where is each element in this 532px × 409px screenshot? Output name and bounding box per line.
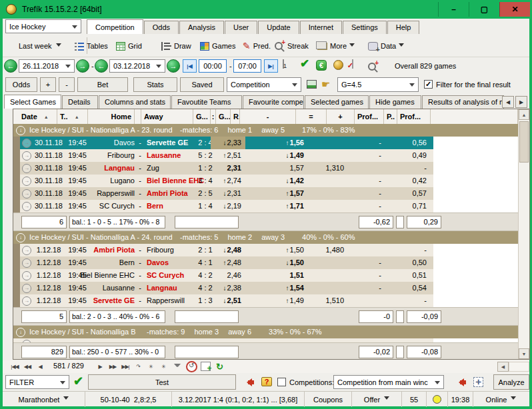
gold-orb-icon[interactable] (333, 60, 343, 70)
tabs-scroll-left-button[interactable]: ◀ (502, 96, 514, 108)
bookmaker-select[interactable]: Marathonbet (3, 392, 85, 407)
column-header-prof[interactable]: Prof... (397, 109, 431, 124)
expand-row-icon[interactable] (22, 139, 31, 148)
final-result-checkbox[interactable]: ✓ (424, 80, 433, 89)
column-header-g[interactable]: G... (193, 109, 211, 124)
date-to-back-button[interactable]: ← (95, 59, 108, 73)
toolbar-item-more[interactable]: More (317, 39, 355, 53)
table-row[interactable]: 1.12.1819:45Lausanne-Langnau4 : 2↓2,38↑1… (13, 282, 433, 294)
analyze-button[interactable]: Analyze (493, 374, 529, 390)
column-header-col-11[interactable]: + (327, 109, 355, 124)
expand-row-icon[interactable] (22, 202, 31, 211)
expand-row-icon[interactable] (22, 189, 31, 199)
collapse-group-icon[interactable] (16, 126, 25, 135)
expand-row-icon[interactable] (22, 177, 31, 186)
date-from-back-button[interactable]: ← (4, 59, 17, 73)
table-row[interactable]: 30.11.1819:45Fribourg-Lausanne5 : 2↑2,51… (13, 149, 433, 162)
table-row[interactable]: 30.11.1819:45Davos-Servette GE2 : 4↓2,33… (13, 137, 433, 149)
filter-apply-check-icon[interactable]: ✔ (73, 376, 83, 386)
column-header-col-6[interactable]: : (211, 109, 216, 124)
menu-tab-settings[interactable]: Settings (343, 21, 387, 34)
table-row[interactable]: 30.11.1819:45Lugano-Biel Bienne EHC3 : 4… (13, 175, 433, 187)
menu-tab-user[interactable]: User (225, 21, 257, 34)
toolbar-item-data[interactable]: Data (368, 39, 404, 53)
toolbar-item-streak[interactable]: Streak (275, 39, 309, 53)
menu-tab-analysis[interactable]: Analysis (179, 21, 224, 34)
menu-tab-competition[interactable]: Competition (87, 19, 143, 34)
close-button[interactable]: ✕ (499, 2, 530, 17)
column-header-col-10[interactable]: = (296, 109, 327, 124)
tabs-scroll-right-button[interactable]: ▶ (515, 96, 527, 108)
menu-tab-update[interactable]: Update (258, 21, 299, 34)
tab-favourite-competitions[interactable]: Favourite competitions (243, 95, 304, 109)
column-header-r[interactable]: R. (231, 109, 240, 124)
expand-row-icon[interactable] (22, 246, 31, 255)
plus-button[interactable]: + (40, 77, 56, 92)
toolbar-item-pred[interactable]: ✎Pred. (243, 39, 271, 53)
expand-row-icon[interactable] (22, 151, 31, 161)
menu-tab-internet[interactable]: Internet (300, 21, 342, 34)
competitions-checkbox[interactable] (277, 378, 286, 386)
prev-record-button[interactable]: ◀ (33, 361, 47, 372)
tab-columns-and-stats[interactable]: Columns and stats (99, 95, 171, 109)
table-row[interactable]: 30.11.1819:45SC Curych-Bern1 : 4↓2,19↑1,… (13, 200, 433, 212)
column-header-col-15[interactable] (431, 109, 518, 124)
snowflake-record-button[interactable]: ✳ (144, 361, 157, 372)
stats-button[interactable]: Stats (133, 77, 177, 92)
task-check-icon[interactable] (352, 59, 353, 69)
filter-preset-select[interactable]: FILTER (5, 375, 69, 389)
fast-rewind-record-button[interactable]: ◀◀ (21, 361, 34, 372)
tab-favoutite-teams[interactable]: Favoutite Teams (171, 95, 242, 109)
bet-button[interactable]: Bet (77, 77, 128, 92)
time-skip-start-button[interactable]: |◀ (183, 59, 197, 73)
table-row[interactable]: 1.12.1819:45Bern-Davos4 : 1↑2,48↓1,50-0,… (13, 256, 433, 269)
menu-tab-odds[interactable]: Odds (144, 21, 179, 34)
filter-funnel-icon[interactable] (171, 361, 184, 372)
column-header-col-9[interactable]: - (240, 109, 296, 124)
expand-row-icon[interactable] (22, 258, 31, 268)
period-select[interactable]: Last week (9, 40, 85, 52)
vertical-scrollbar[interactable]: ▲ ▼ (518, 109, 529, 359)
table-row[interactable]: 30.11.1819:45Langnau-Zug1 : 22,311,571,3… (13, 162, 433, 175)
tab-select-games[interactable]: Select Games (4, 95, 61, 109)
date-to-forward-button[interactable]: → (167, 59, 180, 73)
calendar-icon[interactable] (283, 59, 284, 69)
monitor-chart-icon[interactable] (307, 80, 317, 89)
table-row[interactable]: 1.12.1819:45Ambri Piota-Fribourg2 : 1↓2,… (13, 244, 433, 256)
refresh-record-button[interactable]: ↷ (131, 361, 145, 372)
scroll-up-icon[interactable]: ▲ (519, 109, 529, 120)
expand-row-icon[interactable] (22, 271, 31, 280)
competition-select[interactable]: Competition (227, 77, 301, 92)
toolbar-item-draw[interactable]: Draw (161, 39, 191, 53)
column-header-t[interactable]: T..▲ (57, 109, 88, 124)
column-header-away[interactable]: Away (141, 109, 193, 124)
tab-results-of-analysis-of-m[interactable]: Results of analysis of m (422, 95, 504, 109)
confirm-check-icon[interactable]: ✔ (300, 59, 309, 69)
table-row[interactable]: 1.12.1819:45Servette GE-Rapperswill1 : 3… (13, 294, 433, 307)
goal-filter-select[interactable]: G=4.5 (337, 77, 419, 92)
date-from-forward-button[interactable]: → (76, 59, 89, 73)
search-plus-icon[interactable] (368, 63, 376, 71)
toolbar-item-grid[interactable]: Grid (116, 39, 142, 53)
online-dropdown[interactable]: Online (473, 392, 529, 407)
offer-dropdown[interactable]: Offer (352, 392, 402, 407)
scroll-down-icon[interactable]: ▼ (519, 348, 529, 359)
hscroll-left-icon[interactable]: ◀ (497, 362, 509, 372)
odds-button[interactable]: Odds (5, 77, 37, 92)
saved-button[interactable]: Saved (180, 77, 224, 92)
competitions-scope-select[interactable]: Competition from main winc (333, 375, 444, 389)
date-from-select[interactable]: 26.11.2018 (19, 59, 75, 73)
group-header[interactable]: Ice Hockey / SUI - Nationalliga A - 23. … (13, 124, 518, 137)
tab-selected-games[interactable]: Selected games (305, 95, 369, 109)
column-header-g[interactable]: G... (216, 109, 231, 124)
tab-hide-games[interactable]: Hide games (369, 95, 421, 109)
first-record-button[interactable]: |◀◀ (8, 361, 21, 372)
help-book-icon[interactable]: ? (261, 377, 272, 386)
coupons-button[interactable]: Coupons (305, 392, 352, 407)
cancel-red-icon[interactable] (185, 361, 199, 372)
maximize-button[interactable]: ▢ (469, 2, 499, 17)
expand-row-icon[interactable] (22, 164, 31, 173)
minus-button[interactable]: - (59, 77, 75, 92)
toolbar-item-tables[interactable]: Tables (75, 39, 108, 53)
red-arrow-left-icon[interactable] (243, 379, 255, 386)
